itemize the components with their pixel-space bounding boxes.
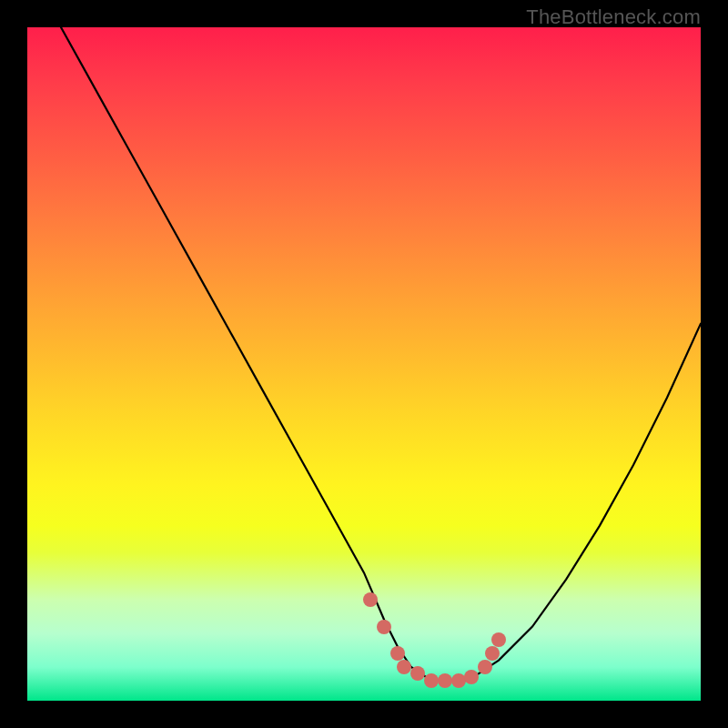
curve-svg: [27, 27, 701, 701]
chart-frame: TheBottleneck.com: [0, 0, 728, 728]
bottleneck-curve: [61, 27, 701, 681]
watermark-text: TheBottleneck.com: [526, 5, 701, 29]
plot-area: [27, 27, 701, 701]
